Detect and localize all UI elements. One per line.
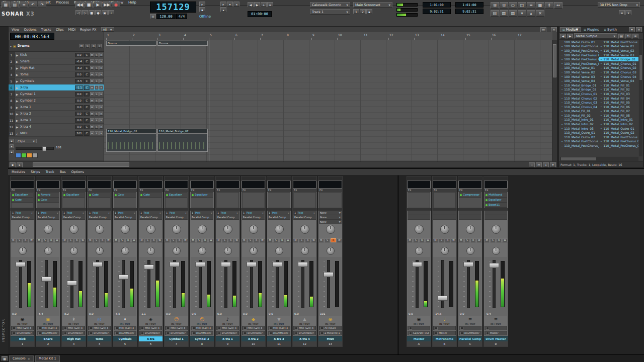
output-selector[interactable]: S1/SPDIF Out (408, 331, 430, 335)
strip-s-button[interactable]: S (490, 238, 496, 242)
loop-file-item[interactable]: ~100_Metal_PreChorus_01 (560, 53, 599, 57)
fx-bin[interactable] (293, 192, 316, 208)
undo-button[interactable]: ↶ (29, 2, 37, 8)
track-volume-value[interactable]: 0.0 (75, 112, 84, 116)
collapse-button[interactable]: ▴ (527, 10, 535, 17)
loop-file-item[interactable]: ~110_Metal_Chorus_01 (560, 92, 599, 96)
send-destination[interactable]: Parallel Comp (11, 215, 34, 220)
fx-bin[interactable]: Equalizer (191, 192, 213, 208)
strip-name[interactable]: Cymbals (113, 336, 137, 341)
send-slot-1[interactable]: 1Post▸ (165, 211, 188, 215)
trackview-menu-tracks[interactable]: Tracks (41, 28, 51, 32)
timeline-ruler[interactable]: 1234567891011121314151617 (104, 32, 552, 40)
send-destination[interactable]: Parallel Comp (242, 215, 265, 220)
volume-fader[interactable] (489, 263, 499, 268)
fx-plugin-gate[interactable]: Gate (37, 198, 59, 203)
loop-file-item[interactable]: ~110_Metal_Outro_01 (560, 130, 599, 135)
input-selector[interactable]: MKII (S20) 4 (268, 326, 290, 330)
output-selector[interactable]: DrumMaster (37, 331, 59, 335)
loop-file-item[interactable]: ~110_Metal_Bridge_01 (599, 57, 638, 61)
track-s-button[interactable]: S (95, 112, 99, 116)
loop-file-item[interactable]: ~100_Metal_PostChorus_01 (560, 44, 599, 49)
send-destination[interactable]: Parallel Comp (165, 215, 188, 220)
punch-out-display[interactable]: 9:02:31 (423, 9, 451, 14)
strip-name[interactable]: Toms (88, 336, 111, 341)
track-row-midi[interactable]: 13♪MIDI101CMSR (9, 130, 104, 137)
metronome-button[interactable]: ♩ (108, 10, 114, 15)
menu-process[interactable]: Process (56, 1, 69, 5)
track-r-button[interactable]: R (99, 105, 103, 109)
volume-fader[interactable] (412, 262, 422, 267)
output-selector[interactable]: DrumMaster (242, 331, 265, 335)
midi-freeze-button[interactable] (32, 153, 38, 158)
loop-file-item[interactable]: ~110_Metal_PostChorus_01 (560, 139, 599, 144)
send-slot-1[interactable]: 1Post▸ (88, 211, 111, 215)
browser-dock-button[interactable]: ▾ (629, 27, 635, 32)
fx-bin[interactable] (216, 192, 239, 208)
sync-internal-button[interactable]: ▸ (220, 2, 226, 7)
console-menu-track[interactable]: Track (46, 170, 54, 174)
automation-button[interactable]: ▧ (500, 10, 508, 17)
track-s-button[interactable]: S (95, 66, 99, 70)
strip-m-button[interactable]: M (62, 238, 67, 242)
volume-fader[interactable] (195, 262, 205, 267)
strip-w-button[interactable]: W (337, 238, 342, 242)
strip-m-button[interactable]: M (165, 238, 170, 242)
track-pan-value[interactable]: C (84, 85, 90, 90)
strip-w-button[interactable]: W (502, 238, 508, 242)
track-s-button[interactable]: S (95, 53, 99, 57)
pan-knob[interactable] (44, 225, 53, 234)
strip-w-button[interactable]: W (106, 238, 111, 242)
strip-s-button[interactable]: S (17, 238, 22, 242)
strip-name[interactable]: X-tra 2 (242, 336, 265, 341)
output-selector[interactable]: DrumMaster (139, 331, 162, 335)
input-selector[interactable]: MKII (S20) 4 (293, 326, 316, 330)
pan-knob[interactable] (18, 225, 27, 234)
tempo-tap-button[interactable]: ⊞ (150, 14, 156, 19)
output-selector[interactable]: Master (433, 331, 456, 335)
strip-r-button[interactable]: R (419, 238, 425, 242)
gain-knob[interactable] (415, 247, 423, 255)
eq-plot-thumbnail[interactable] (485, 181, 507, 188)
strip-m-button[interactable]: M (139, 238, 144, 242)
track-volume-value[interactable]: 0.0 (75, 105, 84, 110)
output-selector[interactable]: DrumMaster (459, 331, 481, 335)
track-m-button[interactable]: M (90, 72, 94, 76)
track-pan-value[interactable]: C (84, 72, 90, 77)
gain-knob[interactable] (466, 247, 474, 255)
track-volume-value[interactable]: 101 (75, 131, 84, 136)
fx-bin[interactable] (408, 192, 430, 208)
strip-r-button[interactable]: R (305, 238, 310, 242)
loop-file-item[interactable]: ~110_Metal_Intro_02 (560, 122, 599, 126)
pan-knob[interactable] (172, 225, 181, 234)
gain-knob[interactable] (173, 247, 181, 255)
gain-knob[interactable] (441, 247, 449, 255)
gain-knob[interactable] (250, 247, 258, 255)
save-button[interactable]: ≡ (20, 2, 28, 8)
strip-s-button[interactable]: S (413, 238, 419, 242)
loop-file-item[interactable]: ~110_Metal_PostChorus_02 (560, 143, 599, 148)
track-s-button[interactable]: S (95, 85, 99, 89)
loop-file-item[interactable]: ~110_Metal_Fill_03 (599, 92, 638, 96)
loop-file-item[interactable]: ~110_Metal_Verse_03 (599, 53, 638, 57)
fx-plugin-gate[interactable]: Gate (12, 198, 33, 203)
strip-r-button[interactable]: R (496, 238, 502, 242)
send-destination[interactable]: Parallel Comp (88, 215, 111, 220)
strip-r-button[interactable]: R (151, 238, 156, 242)
strip-m-button[interactable]: M (267, 238, 273, 242)
loop-file-item[interactable]: ~110_Metal_Fill_02 (599, 87, 638, 92)
volume-fader[interactable] (41, 277, 51, 282)
screenset-2-button[interactable]: 2 (360, 9, 366, 14)
output-selector[interactable]: DrumMaster (11, 331, 34, 335)
strip-s-button[interactable]: S (222, 238, 227, 242)
track-pan-value[interactable]: C (84, 112, 90, 116)
strip-r-button[interactable]: R (228, 238, 233, 242)
scroll-lock-button[interactable]: ▪ (10, 162, 16, 167)
browser-refresh-button[interactable]: ↻ (625, 34, 631, 39)
volume-fader[interactable] (93, 262, 103, 267)
loop-file-item[interactable]: ~100_Metal_PreChorus_02 (560, 57, 599, 61)
fast-forward-button[interactable]: ▶▶ (103, 2, 111, 8)
snap-button[interactable]: ◫ (518, 2, 526, 9)
midi-volume-slider[interactable] (16, 147, 54, 150)
loop-file-item[interactable]: ~110_Metal_Fill_01 (599, 83, 638, 87)
